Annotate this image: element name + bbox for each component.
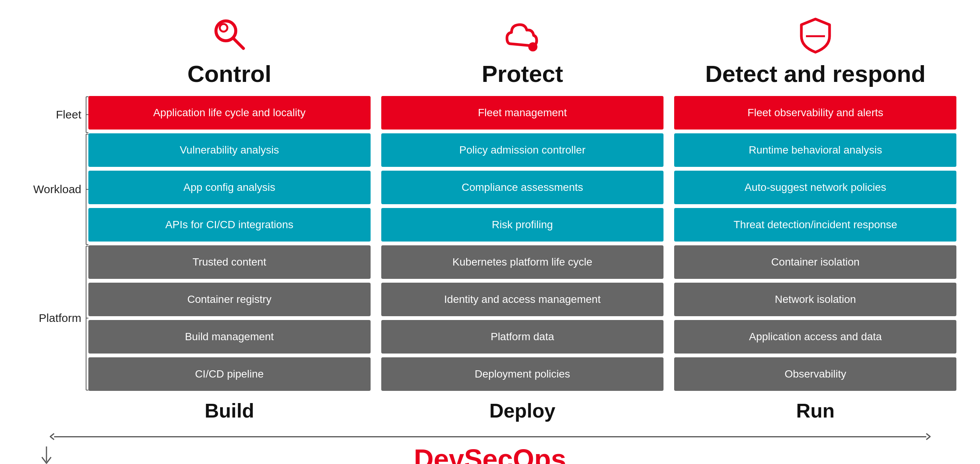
devsecops-arrow-left-head [50,433,55,440]
cell-k8s-lifecycle: Kubernetes platform life cycle [381,245,663,279]
left-labels: Fleet Workload P [24,96,88,391]
cell-trusted-content: Trusted content [88,245,371,279]
cell-cicd-pipeline: CI/CD pipeline [88,357,371,391]
cell-risk-profiling: Risk profiling [381,208,663,242]
cell-threat-detection: Threat detection/incident response [674,208,956,242]
devsecops-section: DevSecOps [24,433,957,464]
cell-runtime-behavioral: Runtime behavioral analysis [674,133,956,167]
protect-header: Protect [381,15,663,87]
cell-container-registry: Container registry [88,283,371,316]
build-column: Application life cycle and locality Vuln… [88,96,371,391]
control-header: Control [88,15,371,87]
control-title: Control [187,61,271,87]
cell-compliance: Compliance assessments [381,171,663,204]
detect-title: Detect and respond [705,61,926,87]
platform-label: Platform [39,312,82,325]
protect-title: Protect [482,61,563,87]
cell-fleet-mgmt: Fleet management [381,96,663,130]
cell-app-lifecycle: Application life cycle and locality [88,96,371,130]
cell-container-isolation: Container isolation [674,245,956,279]
cell-deploy-policies: Deployment policies [381,357,663,391]
cell-iam: Identity and access management [381,283,663,316]
cell-build-mgmt: Build management [88,320,371,354]
cell-app-access-data: Application access and data [674,320,956,354]
svg-point-2 [220,24,227,32]
cell-apis-cicd: APIs for CI/CD integrations [88,208,371,242]
detect-icon [798,15,833,57]
cell-policy-admission: Policy admission controller [381,133,663,167]
cell-platform-data: Platform data [381,320,663,354]
cell-observability: Observability [674,357,956,391]
deploy-label: Deploy [381,399,663,422]
run-label: Run [674,399,956,422]
devsecops-left-arrow [39,446,54,464]
run-column: Fleet observability and alerts Runtime b… [674,96,956,391]
protect-icon [503,15,541,57]
cell-fleet-observability: Fleet observability and alerts [674,96,956,130]
devsecops-arrow-right-head [926,433,931,440]
deploy-column: Fleet management Policy admission contro… [381,96,663,391]
workload-label: Workload [33,183,81,196]
cells-area: Application life cycle and locality Vuln… [88,96,957,391]
cell-vuln-analysis: Vulnerability analysis [88,133,371,167]
cell-auto-suggest: Auto-suggest network policies [674,171,956,204]
devsecops-label: DevSecOps [414,443,566,464]
svg-line-1 [233,38,243,48]
control-icon [212,15,246,57]
build-label: Build [88,399,371,422]
fleet-label: Fleet [56,108,82,121]
main-container: Control Protect [24,15,957,464]
cell-network-isolation: Network isolation [674,283,956,316]
svg-point-3 [528,42,537,51]
cell-app-config: App config analysis [88,171,371,204]
detect-header: Detect and respond [674,15,956,87]
